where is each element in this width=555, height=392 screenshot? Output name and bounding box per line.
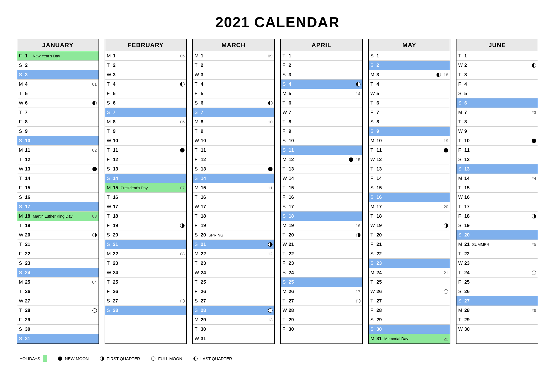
day-of-week: S [107,232,113,238]
day-of-week: S [195,176,201,181]
day-row: W13 [17,164,99,174]
day-row: W7 [281,108,362,117]
day-number: 17 [464,204,472,210]
day-row: F26 [105,287,186,296]
day-number: 9 [25,129,33,134]
day-row: M105 [105,51,186,61]
day-row: S10 [281,136,362,146]
day-of-week: T [282,251,289,257]
day-number: 18 [377,213,384,219]
day-number: 31 [25,336,33,342]
day-number: 24 [113,270,121,276]
day-number: 24 [377,270,384,276]
day-number: 19 [113,223,121,228]
day-of-week: F [107,289,113,294]
new-moon-icon [349,157,353,162]
day-row: S14 [193,174,274,183]
day-number: 8 [201,119,208,125]
day-number: 2 [464,63,472,68]
day-row: S25 [281,278,362,287]
day-row: W3 [193,70,274,80]
day-right [268,167,273,171]
day-row: W16 [456,193,538,202]
day-of-week: S [282,270,289,276]
day-number: 26 [201,289,208,294]
day-row: M1019 [369,136,450,146]
day-number: 14 [464,176,472,181]
day-of-week: S [107,298,113,304]
day-of-week: W [19,100,25,106]
day-of-week: S [458,91,464,96]
day-of-week: M [107,53,113,59]
day-row: T7 [17,108,99,117]
day-row: F2 [281,61,362,70]
day-row: W23 [456,259,538,268]
day-of-week: F [458,279,464,285]
day-row: S7 [193,108,274,117]
day-of-week: F [458,147,464,153]
day-number: 13 [377,166,384,172]
day-number: 20 [377,232,384,238]
day-of-week: F [19,251,25,257]
day-of-week: W [107,270,113,276]
day-row: T21 [17,240,99,249]
day-right: 12 [267,251,273,256]
day-row: W19 [369,221,450,230]
day-number: 25 [201,279,208,285]
day-row: S5 [456,89,538,98]
day-of-week: W [370,289,377,294]
day-row: T22 [456,249,538,259]
day-right: 03 [91,214,97,218]
day-row: F19 [193,221,274,230]
week-number: 20 [443,204,448,209]
month-header: APRIL [281,39,362,51]
day-number: 4 [113,82,121,87]
day-row: S20SPRING [193,230,274,240]
day-number: 6 [25,100,33,106]
month-header: MARCH [193,39,274,51]
day-right [356,82,360,86]
day-row: S23 [17,259,99,268]
day-of-week: M [19,213,25,219]
day-of-week: T [370,147,377,153]
day-right [180,223,185,228]
day-of-week: S [458,223,464,228]
day-right: 01 [91,82,97,86]
day-of-week: S [370,261,377,266]
day-right: 15 [349,157,360,162]
month-column: FEBRUARYM105T2W3T4F5S6S7M806T9W10T11F12S… [105,39,187,344]
day-row: W26 [369,287,450,296]
day-number: 9 [289,129,296,134]
day-row: M18Martin Luther King Day03 [17,212,99,221]
day-number: 3 [377,72,384,78]
day-row: F22 [17,249,99,259]
day-row: M806 [105,117,186,127]
day-right [532,139,536,143]
day-number: 1 [464,53,472,59]
week-number: 07 [179,185,185,190]
day-number: 26 [464,289,472,294]
day-number: 30 [201,327,208,332]
day-number: 18 [25,213,33,219]
day-number: 27 [25,298,33,304]
day-number: 24 [201,270,208,276]
day-of-week: T [19,176,25,181]
day-row: S13 [193,164,274,174]
day-row: T29 [281,315,362,325]
day-of-week: M [195,53,201,59]
month-header: JUNE [456,39,538,51]
day-number: 8 [25,119,33,125]
day-row: S3 [281,70,362,80]
day-row: M1511 [193,183,274,193]
day-of-week: T [370,82,377,87]
day-row: M2826 [456,306,538,315]
day-of-week: M [458,110,464,115]
day-of-week: T [458,251,464,257]
day-number: 23 [464,261,472,266]
day-number: 15 [377,185,384,191]
day-of-week: W [19,166,25,172]
new-moon-icon [92,167,97,171]
day-number: 28 [464,308,472,313]
day-number: 24 [464,270,472,276]
day-number: 3 [289,72,296,78]
